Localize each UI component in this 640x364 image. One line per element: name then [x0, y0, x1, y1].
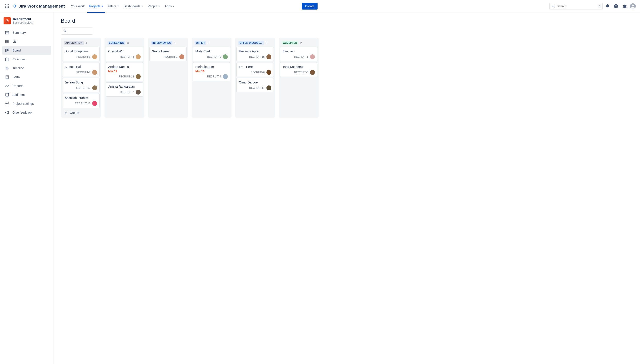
nav-item-people[interactable]: People▼ — [146, 3, 162, 9]
column-header[interactable]: SCREENING3 — [106, 40, 143, 47]
card-title: Grace Harris — [152, 50, 184, 53]
card-key: RECRUIT-8 — [76, 71, 90, 74]
card-key: RECRUIT-6 — [251, 71, 265, 74]
assignee-avatar[interactable] — [136, 54, 141, 59]
search-input[interactable] — [549, 3, 603, 10]
page-title: Board — [61, 18, 633, 24]
assignee-avatar[interactable] — [267, 70, 271, 75]
assignee-avatar[interactable] — [136, 90, 141, 94]
nav-item-label: Your work — [71, 4, 85, 8]
card[interactable]: Molly ClarkRECRUIT-2 — [193, 47, 230, 61]
avatar-icon — [630, 3, 636, 9]
nav-item-dashboards[interactable]: Dashboards▼ — [122, 3, 145, 9]
svg-rect-24 — [6, 49, 7, 52]
app-switcher[interactable] — [4, 3, 11, 10]
create-button[interactable]: Create — [302, 3, 318, 10]
card[interactable]: Fran PerezRECRUIT-6 — [237, 62, 274, 77]
column-header[interactable]: INTERVIEWING1 — [149, 40, 187, 47]
card-key: RECRUIT-8 — [76, 55, 90, 58]
card[interactable]: Omar DarboeRECRUIT-17 — [237, 78, 274, 92]
card[interactable]: Stefanie AuerMar 16RECRUIT-4 — [193, 62, 230, 81]
nav-item-your-work[interactable]: Your work — [69, 3, 87, 9]
card[interactable]: Annika RangarajanRECRUIT-7 — [106, 82, 143, 96]
notifications-button[interactable] — [604, 3, 611, 10]
chevron-down-icon: ▼ — [101, 5, 103, 7]
nav-item-projects[interactable]: Projects▼ — [87, 3, 105, 9]
svg-rect-26 — [6, 58, 9, 61]
board-search[interactable] — [61, 28, 93, 34]
svg-point-8 — [8, 7, 9, 8]
sidebar-item-add-item[interactable]: Add item — [2, 90, 51, 99]
reports-icon — [5, 84, 9, 88]
profile-button[interactable] — [629, 3, 636, 10]
project-header[interactable]: Recruitment Business project — [2, 17, 51, 28]
card[interactable]: Crystal WuRECRUIT-6 — [106, 47, 143, 61]
svg-point-1 — [7, 4, 7, 5]
column-header[interactable]: APPLICATION4 — [62, 40, 100, 47]
settings-button[interactable] — [621, 3, 628, 10]
sidebar-item-give-feedback[interactable]: Give feedback — [2, 108, 51, 117]
gear-icon — [622, 4, 627, 9]
sidebar-item-timeline[interactable]: Timeline — [2, 64, 51, 72]
assignee-avatar[interactable] — [267, 86, 271, 90]
nav-item-apps[interactable]: Apps▼ — [163, 3, 176, 9]
column-header[interactable]: ACCEPTED2 — [280, 40, 317, 47]
sidebar-list: SummaryListBoardCalendarTimelineFormRepo… — [2, 28, 51, 117]
sidebar-item-board[interactable]: Board — [2, 46, 51, 54]
card[interactable]: Andres RamosMar 12RECRUIT-18 — [106, 62, 143, 81]
card-title: Crystal Wu — [108, 50, 141, 53]
column-name: OFFER — [195, 41, 206, 45]
assignee-avatar[interactable] — [310, 70, 315, 75]
sidebar-item-list[interactable]: List — [2, 37, 51, 46]
sidebar-item-summary[interactable]: Summary — [2, 28, 51, 37]
nav-item-label: Dashboards — [124, 4, 140, 8]
sidebar-item-form[interactable]: Form — [2, 73, 51, 81]
card-key: RECRUIT-12 — [75, 86, 90, 90]
create-card-button[interactable]: Create — [62, 109, 100, 115]
assignee-avatar[interactable] — [179, 54, 184, 59]
product-logo[interactable]: Jira Work Management — [13, 4, 65, 9]
list-icon — [5, 39, 9, 44]
column-offer-discuss-: OFFER DISCUSS...3Hassana AjayiRECRUIT-15… — [235, 38, 275, 118]
nav-item-label: People — [148, 4, 157, 8]
sidebar-item-label: List — [13, 40, 17, 43]
assignee-avatar[interactable] — [223, 54, 228, 59]
column-header[interactable]: OFFER DISCUSS...3 — [237, 40, 274, 47]
global-search[interactable]: / — [549, 3, 603, 10]
assignee-avatar[interactable] — [92, 70, 97, 75]
card[interactable]: Abdullah IbrahimRECRUIT-12 — [62, 94, 100, 108]
help-button[interactable]: ? — [612, 3, 619, 10]
assignee-avatar[interactable] — [92, 54, 97, 59]
product-name: Jira Work Management — [19, 4, 65, 9]
column-header[interactable]: OFFER2 — [193, 40, 230, 47]
svg-point-21 — [5, 40, 6, 41]
search-icon — [552, 4, 555, 8]
project-icon — [5, 19, 9, 23]
card-list: Crystal WuRECRUIT-6Andres RamosMar 12REC… — [106, 47, 143, 96]
assignee-avatar[interactable] — [267, 54, 271, 59]
card[interactable]: Hassana AjayiRECRUIT-15 — [237, 47, 274, 61]
column-count: 4 — [86, 41, 87, 44]
card[interactable]: Taha KandemirRECRUIT-6 — [280, 62, 317, 77]
top-nav-right: / ? — [549, 3, 636, 10]
assignee-avatar[interactable] — [136, 74, 141, 79]
assignee-avatar[interactable] — [92, 101, 97, 106]
card[interactable]: Samuel HallRECRUIT-8 — [62, 62, 100, 77]
assignee-avatar[interactable] — [92, 86, 97, 90]
board: APPLICATION4Donald StephensRECRUIT-8Samu… — [61, 38, 633, 118]
card[interactable]: Eva LienRECRUIT-1 — [280, 47, 317, 61]
sidebar-item-calendar[interactable]: Calendar — [2, 55, 51, 64]
nav-item-filters[interactable]: Filters▼ — [106, 3, 121, 9]
sidebar-item-reports[interactable]: Reports — [2, 82, 51, 90]
bell-icon — [605, 4, 610, 9]
assignee-avatar[interactable] — [310, 54, 315, 59]
card[interactable]: Jie Yan SongRECRUIT-12 — [62, 78, 100, 92]
column-count: 1 — [174, 41, 176, 44]
form-icon — [5, 75, 9, 79]
sidebar-item-project-settings[interactable]: Project settings — [2, 100, 51, 108]
card[interactable]: Grace HarrisRECRUIT-3 — [149, 47, 187, 61]
assignee-avatar[interactable] — [223, 74, 228, 79]
create-card-label: Create — [70, 111, 79, 114]
card[interactable]: Donald StephensRECRUIT-8 — [62, 47, 100, 61]
card-title: Donald Stephens — [65, 50, 97, 53]
